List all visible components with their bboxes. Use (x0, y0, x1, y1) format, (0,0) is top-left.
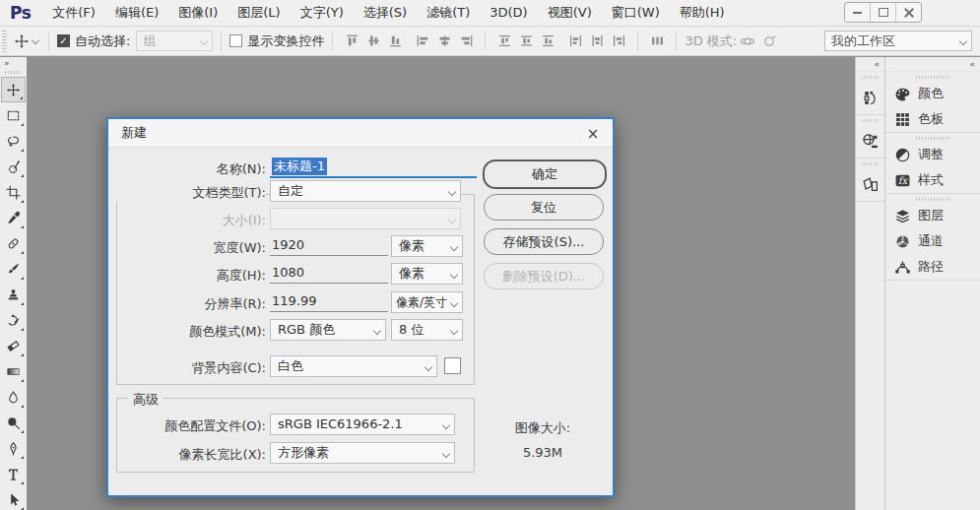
brush-tool[interactable] (1, 256, 26, 282)
gradient-tool[interactable] (1, 358, 26, 384)
distribute-top-edges-icon[interactable] (493, 31, 515, 52)
align-horizontal-centers-icon[interactable] (433, 31, 455, 52)
workspace-dropdown[interactable]: 我的工作区 (824, 31, 972, 51)
resolution-input[interactable]: 119.99 (270, 291, 388, 312)
dialog-close-button[interactable]: × (584, 125, 602, 143)
align-bottom-edges-icon[interactable] (384, 31, 406, 52)
auto-select-checkbox[interactable]: ✓ (57, 34, 70, 47)
grip-dots[interactable] (916, 137, 949, 140)
distribute-right-edges-icon[interactable] (608, 31, 629, 52)
ok-button[interactable]: 确定 (483, 159, 607, 189)
grip-dots[interactable] (916, 198, 949, 201)
3d-orbit-icon[interactable] (737, 31, 758, 52)
lasso-tool[interactable] (1, 128, 26, 154)
align-top-edges-icon[interactable] (341, 31, 362, 52)
distribute-vertical-centers-icon[interactable] (515, 31, 537, 52)
align-left-edges-icon[interactable] (412, 31, 433, 52)
resolution-unit-dropdown[interactable]: 像素/英寸 (391, 291, 463, 313)
move-tool-preset-icon[interactable] (11, 31, 33, 52)
toolbar-grip[interactable] (5, 71, 22, 74)
auto-select-scope-dropdown[interactable]: 组 (136, 31, 213, 51)
menu-window[interactable]: 窗口(W) (602, 0, 670, 26)
grip-dots[interactable] (862, 119, 880, 122)
show-transform-checkbox[interactable] (229, 34, 242, 47)
move-tool[interactable] (1, 77, 26, 102)
height-input[interactable]: 1080 (270, 263, 388, 284)
auto-select-label[interactable]: 自动选择: (75, 32, 130, 50)
history-panel-button[interactable] (856, 81, 884, 114)
dock-collapse-button[interactable]: « (885, 57, 980, 72)
toolbar-expand-button[interactable]: » (0, 57, 27, 70)
options-bar-grip[interactable] (2, 31, 7, 52)
grip-dots[interactable] (862, 76, 880, 79)
menu-type[interactable]: 文字(Y) (291, 0, 354, 26)
layers-panel-button[interactable]: 图层 (885, 203, 980, 228)
close-button[interactable] (895, 3, 921, 22)
distribute-left-edges-icon[interactable] (564, 31, 586, 52)
width-input[interactable]: 1920 (270, 235, 388, 256)
distribute-bottom-edges-icon[interactable] (537, 31, 558, 52)
size-label: 大小(I): (116, 212, 266, 229)
menu-filter[interactable]: 滤镜(T) (417, 0, 480, 26)
color-panel-button[interactable]: 颜色 (885, 81, 980, 106)
color-mode-label: 颜色模式(M): (116, 323, 266, 341)
distribute-horizontal-centers-icon[interactable] (586, 31, 608, 52)
menu-file[interactable]: 文件(F) (42, 0, 105, 26)
quick-selection-tool[interactable] (1, 154, 26, 179)
doc-type-dropdown[interactable]: 自定 (270, 180, 461, 202)
pen-tool[interactable] (1, 435, 26, 461)
dodge-tool[interactable] (1, 410, 26, 435)
background-dropdown[interactable]: 白色 (270, 355, 437, 377)
color-mode-dropdown[interactable]: RGB 颜色 (270, 319, 386, 341)
3d-panel-button[interactable] (856, 124, 884, 158)
menu-image[interactable]: 图像(I) (168, 0, 228, 26)
crop-tool[interactable] (1, 179, 26, 205)
adjustments-panel-button[interactable]: 调整 (885, 142, 980, 167)
grip-dots[interactable] (916, 76, 949, 79)
menu-select[interactable]: 选择(S) (354, 0, 417, 26)
3d-roll-icon[interactable] (758, 31, 780, 52)
height-unit-value: 像素 (399, 266, 425, 281)
size-dropdown[interactable] (270, 208, 461, 229)
pixel-aspect-dropdown[interactable]: 方形像素 (270, 442, 455, 464)
spot-healing-brush-tool[interactable] (1, 230, 26, 256)
height-unit-dropdown[interactable]: 像素 (391, 263, 463, 285)
reset-button[interactable]: 复位 (484, 194, 604, 221)
menu-view[interactable]: 视图(V) (538, 0, 602, 26)
chevron-down-icon[interactable] (32, 35, 39, 43)
align-right-edges-icon[interactable] (455, 31, 477, 52)
grip-dots[interactable] (862, 162, 880, 165)
align-vertical-centers-icon[interactable] (362, 31, 384, 52)
delete-preset-button[interactable]: 删除预设(D)... (484, 263, 604, 289)
advanced-label[interactable]: 高级 (128, 391, 163, 409)
bit-depth-dropdown[interactable]: 8 位 (391, 319, 463, 341)
notes-panel-button[interactable] (856, 167, 884, 201)
type-tool[interactable] (1, 461, 26, 486)
color-profile-dropdown[interactable]: sRGB IEC61966-2.1 (270, 414, 455, 435)
chevron-down-icon (448, 188, 456, 196)
menu-edit[interactable]: 编辑(E) (105, 0, 168, 26)
minimize-button[interactable] (845, 3, 870, 22)
styles-panel-button[interactable]: fx 样式 (885, 167, 980, 193)
channels-panel-button[interactable]: 通道 (885, 228, 980, 254)
name-input[interactable]: 未标题-1 (270, 157, 477, 178)
swatches-panel-button[interactable]: 色板 (885, 106, 980, 132)
background-color-swatch[interactable] (444, 357, 461, 374)
menu-3d[interactable]: 3D(D) (480, 0, 537, 26)
path-selection-tool[interactable] (1, 486, 26, 510)
menu-layer[interactable]: 图层(L) (228, 0, 290, 26)
history-brush-tool[interactable] (1, 307, 26, 333)
clone-stamp-tool[interactable] (1, 282, 26, 307)
distribute-spacing-icon[interactable] (646, 31, 668, 52)
rectangular-marquee-tool[interactable] (1, 102, 26, 128)
blur-tool[interactable] (1, 384, 26, 410)
paths-panel-button[interactable]: 路径 (885, 254, 980, 280)
menu-help[interactable]: 帮助(H) (670, 0, 735, 26)
show-transform-label[interactable]: 显示变换控件 (247, 32, 324, 50)
dock-collapse-button[interactable]: « (856, 57, 884, 72)
width-unit-dropdown[interactable]: 像素 (391, 235, 463, 257)
eyedropper-tool[interactable] (1, 205, 26, 230)
save-preset-button[interactable]: 存储预设(S)... (484, 228, 604, 255)
maximize-button[interactable] (870, 3, 895, 22)
eraser-tool[interactable] (1, 333, 26, 358)
